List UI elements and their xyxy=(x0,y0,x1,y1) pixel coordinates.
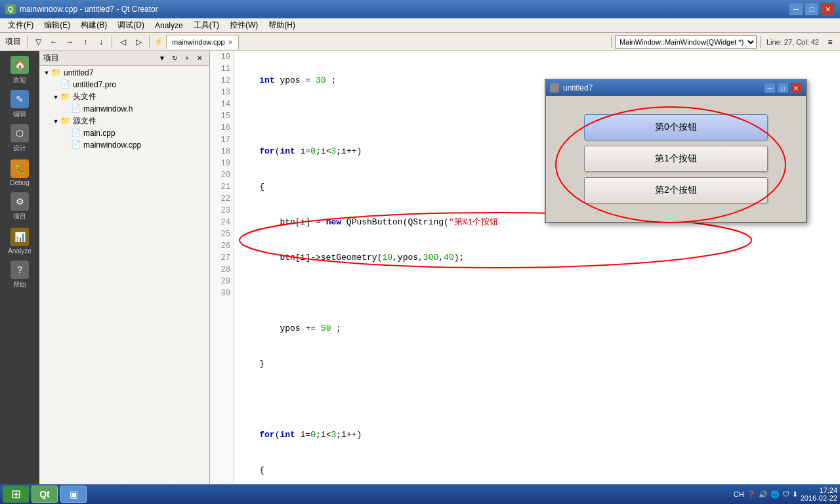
qt-button-1[interactable]: 第1个按钮 xyxy=(584,146,768,172)
analyze-icon: 📊 xyxy=(10,228,29,246)
qt-preview-window[interactable]: untitled7 ─ □ ✕ 第0个按钮 第1个按钮 第2个按钮 xyxy=(545,79,807,223)
code-line-15: btn[i]->setGeometry(10,ypos,300,40); xyxy=(239,252,840,264)
nav-prev-btn[interactable]: ◁ xyxy=(116,35,130,49)
tree-item-sources[interactable]: ▼ 📁 源文件 xyxy=(41,115,208,127)
speaker-icon: 🔊 xyxy=(759,490,768,499)
debug-edit-btn[interactable]: ✎ 编辑 xyxy=(3,88,36,121)
qt-button-1-label: 第1个按钮 xyxy=(655,153,697,165)
debug-icon: 🐛 xyxy=(10,159,29,178)
locale-indicator: CH xyxy=(734,490,744,498)
debug-sidebar: 🏠 欢迎 ✎ 编辑 ⬡ 设计 🐛 Debug ⚙ 项目 📊 Analyze ? … xyxy=(0,51,39,504)
help-icon: ? xyxy=(10,261,29,279)
menu-debug[interactable]: 调试(D) xyxy=(112,18,150,32)
project-label: 项目 xyxy=(3,36,24,47)
tree-item-pro[interactable]: ▶ 📄 untitled7.pro xyxy=(41,79,208,91)
security-icon: 🛡 xyxy=(782,490,789,498)
sidebar-toolbar: ▼ ↻ + ✕ xyxy=(156,52,205,64)
tree-label-untitled7: untitled7 xyxy=(64,68,93,77)
code-line-18: } xyxy=(239,358,840,370)
maximize-button[interactable]: □ xyxy=(805,3,819,16)
qt-button-0-label: 第0个按钮 xyxy=(655,121,697,133)
close-button[interactable]: ✕ xyxy=(820,3,835,16)
menu-tools[interactable]: 工具(T) xyxy=(188,18,224,32)
nav-forward-btn[interactable]: → xyxy=(62,35,77,49)
welcome-label: 欢迎 xyxy=(13,75,26,85)
help-tray-icon: ❓ xyxy=(747,490,756,499)
sidebar-add-btn[interactable]: + xyxy=(181,52,193,64)
sources-folder-icon: 📁 xyxy=(60,116,71,127)
settings-btn[interactable]: ≡ xyxy=(823,35,837,49)
debug-project-btn[interactable]: ⚙ 项目 xyxy=(3,190,36,223)
menu-analyze[interactable]: Analyze xyxy=(150,20,188,32)
qt-close-btn[interactable]: ✕ xyxy=(790,83,802,93)
qt-taskbar-btn[interactable]: Qt xyxy=(32,486,58,503)
title-bar-controls[interactable]: ─ □ ✕ xyxy=(789,3,835,16)
qt-maximize-btn[interactable]: □ xyxy=(777,83,789,93)
sidebar-close-btn[interactable]: ✕ xyxy=(194,52,205,64)
window-taskbar-btn[interactable]: ▣ xyxy=(60,486,87,503)
update-icon: ⬇ xyxy=(792,490,798,499)
edit-label: 编辑 xyxy=(13,110,26,119)
help-label: 帮助 xyxy=(13,280,26,289)
editor-toolbar: 项目 ▽ ← → ↑ ↓ ◁ ▷ ⚡ mainwindow.cpp ✕ Main… xyxy=(0,33,840,51)
menu-file[interactable]: 文件(F) xyxy=(3,18,39,32)
tree-arrow: ▼ xyxy=(42,68,51,77)
debug-label: Debug xyxy=(10,179,29,186)
tree-label-sources: 源文件 xyxy=(73,116,96,127)
qt-button-0[interactable]: 第0个按钮 xyxy=(584,114,768,140)
tree-arrow-headers: ▼ xyxy=(51,93,60,102)
tree-label-main-cpp: main.cpp xyxy=(83,129,116,138)
menu-bar: 文件(F) 编辑(E) 构建(B) 调试(D) Analyze 工具(T) 控件… xyxy=(0,18,840,33)
project-btn-label: 项目 xyxy=(13,212,26,221)
sidebar-sync-btn[interactable]: ↻ xyxy=(169,52,180,64)
qt-window-title: untitled7 xyxy=(563,83,593,93)
nav-down-btn[interactable]: ↓ xyxy=(94,35,108,49)
debug-design-btn[interactable]: ⬡ 设计 xyxy=(3,122,36,155)
qt-button-2-label: 第2个按钮 xyxy=(655,184,697,196)
headers-folder-icon: 📁 xyxy=(60,92,71,102)
sidebar-header: 项目 ▼ ↻ + ✕ xyxy=(39,51,209,66)
date-display: 2016-02-22 xyxy=(801,494,837,502)
tree-arrow-h: ▶ xyxy=(62,104,71,114)
tree-item-mainwindow-h[interactable]: ▶ 📄 mainwindow.h xyxy=(41,103,208,115)
tree-item-mainwindow-cpp[interactable]: ▶ 📄 mainwindow.cpp xyxy=(41,139,208,151)
qt-window-title-bar: untitled7 ─ □ ✕ xyxy=(546,80,806,96)
tree-item-untitled7[interactable]: ▼ 📁 untitled7 xyxy=(41,67,208,79)
qt-button-2[interactable]: 第2个按钮 xyxy=(584,177,768,203)
debug-analyze-btn[interactable]: 📊 Analyze xyxy=(3,224,36,257)
analyze-label: Analyze xyxy=(8,247,32,255)
qt-window-content: 第0个按钮 第1个按钮 第2个按钮 xyxy=(546,96,806,222)
qt-window-icon xyxy=(550,83,559,93)
function-combo[interactable]: MainWindow::MainWindow(QWidget *) xyxy=(615,35,757,49)
nav-back-btn[interactable]: ← xyxy=(47,35,61,49)
nav-filter-btn[interactable]: ▽ xyxy=(31,35,45,49)
tree-item-headers[interactable]: ▼ 📁 头文件 xyxy=(41,91,208,103)
system-tray: CH ❓ 🔊 🌐 🛡 ⬇ 17:24 2016-02-22 xyxy=(734,486,837,502)
menu-help[interactable]: 帮助(H) xyxy=(263,18,301,32)
code-line-21: { xyxy=(239,465,840,476)
file-tab-label: mainwindow.cpp xyxy=(172,38,225,46)
file-tab-mainwindow[interactable]: mainwindow.cpp ✕ xyxy=(166,35,239,49)
minimize-button[interactable]: ─ xyxy=(789,3,803,16)
sidebar-title: 项目 xyxy=(43,52,59,64)
tree-label-mainwindow-cpp: mainwindow.cpp xyxy=(83,140,141,150)
debug-help-btn[interactable]: ? 帮助 xyxy=(3,259,36,291)
debug-debug-btn[interactable]: 🐛 Debug xyxy=(3,156,36,189)
window-title: mainwindow.cpp - untitled7 - Qt Creator xyxy=(20,5,158,14)
tree-arrow-mainwindow-cpp: ▶ xyxy=(62,140,71,150)
tree-item-main-cpp[interactable]: ▶ 📄 main.cpp xyxy=(41,127,208,139)
file-tab-close-btn[interactable]: ✕ xyxy=(228,39,233,46)
clock: 17:24 2016-02-22 xyxy=(801,486,837,502)
network-icon: 🌐 xyxy=(770,490,780,499)
menu-controls[interactable]: 控件(W) xyxy=(224,18,263,32)
nav-next-btn[interactable]: ▷ xyxy=(131,35,146,49)
debug-welcome-btn[interactable]: 🏠 欢迎 xyxy=(3,54,36,87)
main-cpp-icon: 📄 xyxy=(71,128,81,138)
menu-build[interactable]: 构建(B) xyxy=(75,18,112,32)
qt-minimize-btn[interactable]: ─ xyxy=(764,83,776,93)
sidebar-filter-btn[interactable]: ▼ xyxy=(156,52,168,64)
nav-up-btn[interactable]: ↑ xyxy=(78,35,93,49)
menu-edit[interactable]: 编辑(E) xyxy=(39,18,75,32)
start-button[interactable]: ⊞ xyxy=(3,486,29,503)
qt-window-controls[interactable]: ─ □ ✕ xyxy=(764,83,802,93)
